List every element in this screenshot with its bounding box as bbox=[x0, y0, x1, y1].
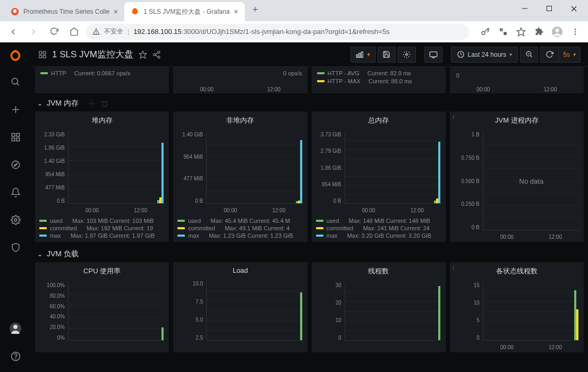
refresh-interval-button[interactable]: 5s▾ bbox=[558, 47, 581, 63]
browser-tab-0[interactable]: Prometheus Time Series Colle × bbox=[4, 2, 124, 21]
y-tick: 1 B bbox=[453, 132, 480, 137]
legend-stats: Max: 1.23 GiB Current: 1.23 GiB bbox=[209, 232, 293, 239]
extensions-icon[interactable] bbox=[532, 24, 547, 39]
panel-partial-0[interactable]: HTTP Current: 0.0667 ops/s bbox=[35, 67, 169, 93]
panel[interactable]: 总内存3.73 GiB2.79 GiB1.86 GiB954 MiB0 B00:… bbox=[312, 111, 446, 242]
save-button[interactable] bbox=[378, 47, 396, 63]
star-icon[interactable] bbox=[514, 24, 529, 39]
x-tick: 00:00 bbox=[224, 207, 237, 213]
home-button[interactable] bbox=[66, 24, 82, 40]
panel[interactable]: 线程数3020100 bbox=[312, 262, 446, 352]
gear-icon[interactable] bbox=[88, 100, 96, 107]
svg-text:文: 文 bbox=[500, 28, 502, 31]
panel[interactable]: Load10.07.55.02.5 bbox=[173, 262, 307, 352]
y-tick: 1.40 GiB bbox=[176, 132, 203, 137]
row-header-jvm-memory[interactable]: ⌄ JVM 内存 bbox=[35, 96, 584, 111]
panel[interactable]: i各状态线程数15105000:0012:00 bbox=[450, 262, 584, 352]
security-label: 不安全 bbox=[104, 27, 123, 36]
forward-button[interactable] bbox=[25, 24, 41, 40]
legend-item[interactable]: committed Max: 49.1 MiB Current: 4 bbox=[177, 225, 303, 231]
y-tick: 954 MiB bbox=[315, 181, 342, 187]
window-minimize[interactable] bbox=[513, 0, 537, 17]
panel[interactable]: iJVM 进程内存1 B0.750 B0.500 B0.250 B0 BNo d… bbox=[450, 111, 584, 242]
sidebar bbox=[0, 42, 31, 372]
dashboards-icon[interactable] bbox=[5, 126, 26, 148]
new-tab-button[interactable]: + bbox=[248, 2, 263, 17]
legend-item[interactable]: used Max: 45.4 MiB Current: 45.4 M bbox=[177, 218, 303, 224]
legend-stats: Max: 49.1 MiB Current: 4 bbox=[225, 225, 289, 231]
reload-button[interactable] bbox=[46, 24, 62, 40]
configuration-icon[interactable] bbox=[5, 209, 26, 230]
tab-title: 1 SLS JVM监控大盘 - Grafana bbox=[143, 7, 229, 16]
explore-icon[interactable] bbox=[5, 154, 26, 175]
legend-label: max bbox=[188, 232, 199, 239]
key-icon[interactable] bbox=[478, 24, 492, 39]
panel-title: CPU 使用率 bbox=[35, 262, 169, 278]
y-tick: 60.0% bbox=[38, 304, 65, 309]
share-icon[interactable] bbox=[152, 50, 161, 59]
panel-partial-1[interactable]: 0 ops/s 00:0012:00 bbox=[173, 67, 307, 93]
window-close[interactable] bbox=[561, 0, 586, 17]
trash-icon[interactable] bbox=[101, 100, 108, 107]
info-icon[interactable]: i bbox=[453, 264, 454, 271]
window-maximize[interactable] bbox=[537, 0, 561, 17]
y-tick: 954 MiB bbox=[176, 154, 203, 160]
dashboards-icon[interactable] bbox=[38, 50, 47, 59]
legend-stats: Max: 45.4 MiB Current: 45.4 M bbox=[210, 218, 290, 224]
menu-icon[interactable] bbox=[568, 24, 583, 39]
browser-tab-1[interactable]: 1 SLS JVM监控大盘 - Grafana × bbox=[124, 2, 244, 21]
alerting-icon[interactable] bbox=[5, 181, 26, 203]
y-tick: 20 bbox=[315, 300, 342, 306]
y-tick: 1.40 GiB bbox=[38, 158, 65, 164]
x-tick: 12:00 bbox=[134, 207, 147, 213]
close-icon[interactable]: × bbox=[114, 7, 118, 16]
y-zero-label: 0 bbox=[456, 72, 459, 79]
y-tick: 0 B bbox=[38, 198, 65, 204]
dashboard-content[interactable]: HTTP Current: 0.0667 ops/s 0 ops/s 00:00… bbox=[31, 67, 588, 372]
info-icon[interactable]: i bbox=[453, 114, 454, 120]
y-tick: 5 bbox=[453, 317, 480, 323]
grafana-logo[interactable] bbox=[7, 48, 24, 65]
row-header-jvm-load[interactable]: ⌄ JVM 负载 bbox=[35, 246, 584, 262]
add-panel-button[interactable]: + bbox=[351, 47, 376, 63]
search-icon[interactable] bbox=[5, 71, 26, 92]
legend-item[interactable]: committed Max: 241 MiB Current: 24 bbox=[316, 225, 441, 231]
legend-item[interactable]: used Max: 148 MiB Current: 148 MiB bbox=[316, 218, 441, 224]
panel[interactable]: 非堆内存1.40 GiB954 MiB477 MiB0 B00:0012:00u… bbox=[173, 111, 307, 242]
legend-label: max bbox=[327, 232, 338, 239]
help-icon[interactable] bbox=[5, 345, 26, 367]
svg-point-43 bbox=[406, 54, 408, 56]
legend-item[interactable]: max Max: 3.20 GiB Current: 3.20 GiB bbox=[316, 232, 441, 239]
url-input[interactable]: 不安全 | 192.168.100.15:3000/d/UOJjh1SMz/1-… bbox=[86, 24, 469, 40]
panel[interactable]: 堆内存2.33 GiB1.86 GiB1.40 GiB954 MiB477 Mi… bbox=[35, 111, 169, 242]
legend-stats: Max: 103 MiB Current: 103 MiB bbox=[72, 218, 154, 224]
panel[interactable]: CPU 使用率100.0%80.0%60.0%40.0%20.0%0% bbox=[35, 262, 169, 352]
shield-icon[interactable] bbox=[5, 237, 26, 258]
legend-stats: Max: 241 MiB Current: 24 bbox=[363, 225, 429, 231]
timepicker-button[interactable]: Last 24 hours ▾ bbox=[451, 47, 518, 63]
panel-partial-2[interactable]: HTTP - AVG Current: 82.9 ms HTTP - MAX C… bbox=[312, 67, 446, 93]
back-button[interactable] bbox=[5, 24, 21, 40]
settings-button[interactable] bbox=[398, 47, 416, 63]
legend-item[interactable]: max Max: 1.97 GiB Current: 1.97 GiB bbox=[39, 232, 165, 239]
refresh-button[interactable] bbox=[540, 47, 558, 63]
legend-item[interactable]: max Max: 1.23 GiB Current: 1.23 GiB bbox=[177, 232, 303, 239]
svg-point-36 bbox=[154, 54, 156, 56]
zoom-out-button[interactable] bbox=[520, 47, 538, 63]
svg-point-6 bbox=[96, 33, 97, 33]
legend-item[interactable]: used Max: 103 MiB Current: 103 MiB bbox=[39, 218, 165, 224]
panel-partial-3[interactable]: 0 00:0012:00 bbox=[450, 67, 584, 93]
user-icon[interactable] bbox=[5, 318, 26, 339]
panel-title: 堆内存 bbox=[35, 111, 169, 127]
legend-label: HTTP bbox=[51, 70, 66, 76]
tv-button[interactable] bbox=[424, 47, 442, 63]
star-icon[interactable] bbox=[139, 50, 147, 59]
translate-icon[interactable]: 文 bbox=[496, 24, 510, 39]
dashboard-title[interactable]: 1 SLS JVM监控大盘 bbox=[52, 48, 133, 60]
y-tick: 30 bbox=[315, 282, 342, 288]
legend-item[interactable]: committed Max: 192 MiB Current: 19 bbox=[39, 225, 165, 231]
plus-icon[interactable] bbox=[5, 99, 26, 120]
close-icon[interactable]: × bbox=[234, 7, 238, 16]
profile-icon[interactable] bbox=[550, 24, 565, 39]
browser-tab-strip: Prometheus Time Series Colle × 1 SLS JVM… bbox=[0, 0, 588, 21]
